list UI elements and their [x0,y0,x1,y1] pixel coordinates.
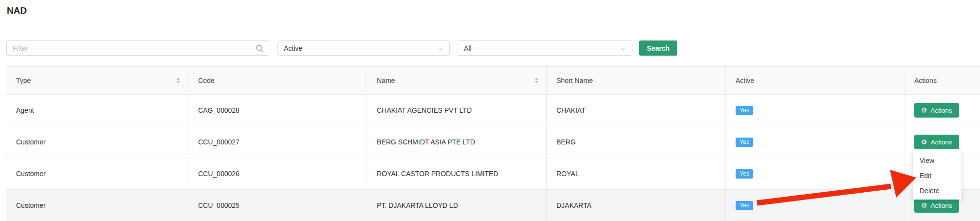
column-header-short-name: Short Name [547,67,726,94]
column-header-label: Type [16,77,31,84]
cell-short-name: DJAKARTA [547,190,726,221]
filter-field-wrap [6,40,269,56]
actions-button-label: Actions [931,139,952,146]
gear-icon: ⚙ [921,139,927,145]
sort-icon[interactable] [535,78,538,83]
table-row: CustomerCCU_000025PT. DJAKARTA LLOYD LDD… [6,190,980,221]
active-badge: Yes [736,169,753,179]
cell-type: Customer [6,190,188,221]
column-header-type[interactable]: Type [6,67,188,94]
cell-code: CAG_000028 [188,95,367,126]
column-header-label: Actions [914,77,937,84]
filter-input[interactable] [7,41,269,55]
actions-button[interactable]: ⚙Actions [914,198,959,213]
column-header-label: Active [736,77,754,84]
table-row: CustomerCCU_000026ROYAL CASTOR PRODUCTS … [6,158,980,190]
column-header-name[interactable]: Name [367,67,547,94]
menu-item-edit[interactable]: Edit [913,168,962,183]
search-button[interactable]: Search [639,40,677,56]
cell-name: CHAKIAT AGENCIES PVT LTD [367,95,547,126]
page-title: NAD [7,5,27,16]
active-badge: Yes [736,201,753,210]
cell-type: Customer [6,126,188,158]
cell-code: CCU_000025 [188,190,367,221]
actions-button-label: Actions [931,107,952,114]
actions-button-label: Actions [931,202,952,209]
toolbar: Active All Search [0,40,980,56]
column-header-actions: Actions [905,67,980,94]
column-header-label: Short Name [556,77,593,84]
sort-caret-up-icon [176,78,180,80]
cell-name: BERG SCHMIDT ASIA PTE LTD [367,126,547,158]
cell-actions: ⚙Actions [905,95,980,126]
active-badge: Yes [736,106,753,115]
status-select[interactable]: Active [277,40,450,56]
column-header-label: Name [377,77,395,84]
cell-name: PT. DJAKARTA LLOYD LD [367,190,547,221]
type-select-value: All [464,44,472,52]
nad-table: TypeCodeNameShort NameActiveActions Agen… [6,66,980,221]
cell-code: CCU_000026 [188,158,367,189]
gear-icon: ⚙ [921,202,927,209]
actions-button[interactable]: ⚙Actions [914,135,959,149]
chevron-down-icon [620,45,626,50]
cell-active: Yes [726,158,905,189]
cell-active: Yes [726,126,905,158]
cell-code: CCU_000027 [188,126,367,158]
sort-caret-up-icon [535,78,538,80]
column-header-code: Code [188,67,367,94]
chevron-down-icon [438,45,443,50]
menu-item-delete[interactable]: Delete [913,183,962,198]
table-body: AgentCAG_000028CHAKIAT AGENCIES PVT LTDC… [6,95,980,221]
title-divider [5,28,980,28]
cell-name: ROYAL CASTOR PRODUCTS LIMITED [367,158,547,189]
table-row: AgentCAG_000028CHAKIAT AGENCIES PVT LTDC… [6,95,980,126]
cell-type: Customer [6,158,188,189]
status-select-value: Active [284,44,302,52]
sort-icon[interactable] [176,78,180,83]
type-select[interactable]: All [458,40,632,56]
column-header-label: Code [198,77,214,84]
sort-caret-down-icon [176,81,180,83]
nad-page: NAD Active All Search TypeCodeNameShort … [0,0,980,221]
cell-type: Agent [6,95,188,126]
column-header-active: Active [726,67,905,94]
search-icon [256,44,264,53]
active-badge: Yes [736,138,753,147]
menu-item-view[interactable]: View [913,153,962,168]
actions-button[interactable]: ⚙Actions [914,103,959,118]
actions-dropdown-menu: ViewEditDelete [913,151,962,200]
gear-icon: ⚙ [921,107,927,114]
cell-active: Yes [726,95,905,126]
cell-short-name: CHAKIAT [547,95,726,126]
cell-short-name: BERG [547,126,726,158]
cell-active: Yes [726,190,905,221]
table-row: CustomerCCU_000027BERG SCHMIDT ASIA PTE … [6,126,980,158]
cell-short-name: ROYAL [547,158,726,189]
sort-caret-down-icon [535,81,538,83]
table-header-row: TypeCodeNameShort NameActiveActions [6,67,980,95]
